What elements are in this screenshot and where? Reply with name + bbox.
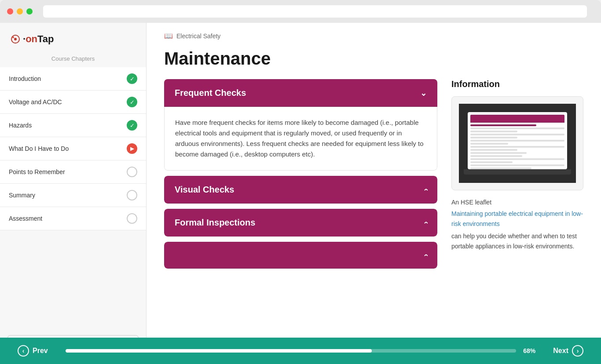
chevron-section-4: ›: [421, 254, 430, 257]
bottom-nav: ‹ Prev 68% Next ›: [0, 338, 601, 364]
chevron-visual-checks: ›: [421, 189, 430, 191]
page-title: Maintenance: [147, 44, 601, 79]
accordion-title-visual-checks: Visual Checks: [175, 185, 234, 195]
check-icon-introduction: ✓: [127, 73, 137, 84]
accordion-formal-inspections: Formal Inspections ›: [164, 209, 437, 237]
accordion-visual-checks: Visual Checks ›: [164, 176, 437, 204]
sidebar-item-introduction[interactable]: Introduction ✓: [0, 67, 146, 91]
sidebar-item-points[interactable]: Points to Remember: [0, 160, 146, 184]
app-container: ·onTap Course Chapters Introduction ✓ Vo…: [0, 23, 601, 364]
breadcrumb: 📖 Electrical Safety: [147, 23, 601, 44]
next-button[interactable]: Next ›: [553, 345, 583, 357]
logo-text: ·onTap: [23, 33, 54, 45]
info-panel: Information: [451, 79, 583, 274]
chapter-label: Introduction: [9, 75, 41, 82]
next-circle-icon: ›: [572, 345, 583, 357]
prev-button[interactable]: ‹ Prev: [18, 345, 48, 357]
logo-icon: [11, 34, 20, 44]
prev-label: Prev: [33, 347, 48, 355]
accordion-panels: Frequent Checks ⌄ Have more frequent che…: [164, 79, 437, 274]
check-icon-points: [127, 167, 137, 177]
progress-bar-background: [66, 349, 517, 353]
svg-point-2: [12, 36, 14, 38]
main-content: 📖 Electrical Safety Maintenance Frequent…: [147, 23, 601, 364]
hse-link[interactable]: Maintaining portable electrical equipmen…: [451, 210, 583, 227]
info-image: [451, 96, 583, 190]
info-description: can help you decide whether and when to …: [451, 231, 583, 251]
accordion-section-4: ›: [164, 242, 437, 269]
logo: ·onTap: [0, 23, 146, 52]
accordion-title-formal-inspections: Formal Inspections: [175, 218, 255, 228]
progress-bar-fill: [66, 349, 372, 353]
accordion-frequent-checks: Frequent Checks ⌄ Have more frequent che…: [164, 79, 437, 171]
address-bar[interactable]: [43, 5, 587, 18]
sidebar-item-hazards[interactable]: Hazards ✓: [0, 114, 146, 137]
prev-circle-icon: ‹: [18, 345, 29, 357]
progress-container: 68%: [66, 347, 536, 354]
info-text-block: An HSE leaflet Maintaining portable elec…: [451, 197, 583, 251]
maximize-button[interactable]: [26, 8, 33, 15]
accordion-header-formal-inspections[interactable]: Formal Inspections ›: [164, 209, 437, 237]
close-button[interactable]: [7, 8, 13, 15]
sidebar-section-label: Course Chapters: [0, 52, 146, 67]
breadcrumb-text: Electrical Safety: [176, 33, 220, 40]
window-chrome: [0, 0, 601, 23]
hse-label: An HSE leaflet: [451, 197, 583, 207]
check-icon-summary: [127, 190, 137, 200]
chapter-label: Voltage and AC/DC: [9, 98, 62, 106]
check-icon-assessment: [127, 213, 137, 224]
chapter-label: Hazards: [9, 122, 32, 129]
sidebar: ·onTap Course Chapters Introduction ✓ Vo…: [0, 23, 147, 364]
accordion-header-frequent-checks[interactable]: Frequent Checks ⌄: [164, 79, 437, 107]
chapter-label: Assessment: [9, 215, 42, 222]
info-panel-title: Information: [451, 79, 583, 89]
sidebar-item-summary[interactable]: Summary: [0, 184, 146, 207]
chapter-label: Points to Remember: [9, 168, 65, 175]
sidebar-item-voltage[interactable]: Voltage and AC/DC ✓: [0, 91, 146, 114]
minimize-button[interactable]: [17, 8, 23, 15]
check-icon-what-to-do: ▶: [127, 143, 137, 154]
content-area: Frequent Checks ⌄ Have more frequent che…: [147, 79, 601, 274]
chapter-list: Introduction ✓ Voltage and AC/DC ✓ Hazar…: [0, 67, 146, 328]
chevron-frequent-checks: ⌄: [420, 88, 427, 98]
check-icon-hazards: ✓: [127, 120, 137, 131]
accordion-text-frequent-checks: Have more frequent checks for items more…: [175, 117, 426, 160]
laptop-screen-content: [468, 112, 567, 169]
chapter-label: Summary: [9, 192, 35, 199]
chapter-label: What Do I Have to Do: [9, 145, 69, 152]
accordion-header-visual-checks[interactable]: Visual Checks ›: [164, 176, 437, 204]
accordion-title-frequent-checks: Frequent Checks: [175, 88, 246, 98]
svg-point-1: [14, 38, 17, 40]
laptop-screen-mockup: [459, 104, 576, 183]
sidebar-item-assessment[interactable]: Assessment: [0, 207, 146, 230]
accordion-content-frequent-checks: Have more frequent checks for items more…: [164, 107, 437, 171]
check-icon-voltage: ✓: [127, 97, 137, 107]
sidebar-item-what-to-do[interactable]: What Do I Have to Do ▶: [0, 137, 146, 160]
book-icon: 📖: [164, 32, 173, 40]
next-label: Next: [553, 347, 568, 355]
progress-label: 68%: [523, 347, 535, 354]
chevron-formal-inspections: ›: [421, 222, 430, 224]
accordion-header-section-4[interactable]: ›: [164, 242, 437, 269]
